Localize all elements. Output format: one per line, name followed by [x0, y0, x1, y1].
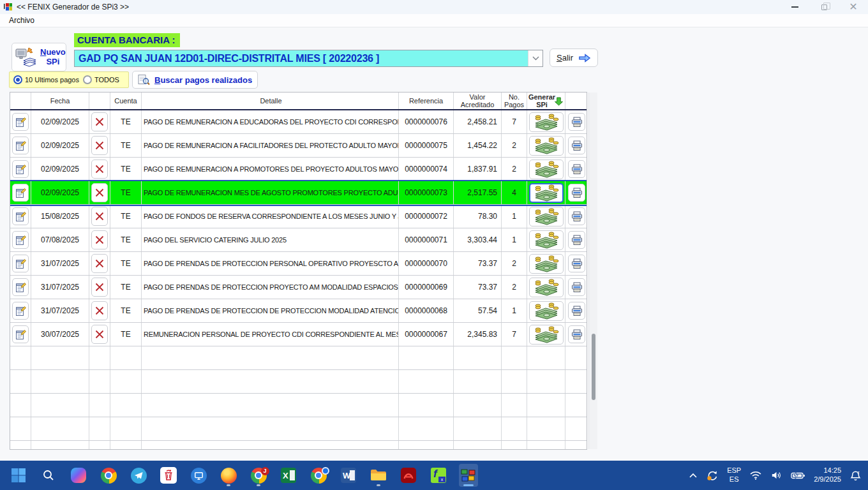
menu-archivo[interactable]: Archivo [6, 15, 37, 26]
chrome-icon [101, 468, 117, 484]
table-scrollbar[interactable] [588, 93, 597, 449]
print-payment-button[interactable] [568, 231, 585, 249]
delete-payment-button[interactable] [91, 278, 108, 297]
taskbar-copilot[interactable] [69, 464, 88, 487]
taskbar-monitor-app[interactable] [189, 464, 208, 487]
delete-payment-button[interactable] [91, 301, 108, 320]
language-indicator[interactable]: ESPES [727, 466, 741, 484]
print-payment-button[interactable] [568, 278, 585, 296]
print-payment-button[interactable] [568, 255, 585, 272]
print-cell [565, 205, 587, 228]
edit-payment-button[interactable] [12, 184, 29, 202]
table-row[interactable]: 31/07/2025 TEPAGO DE PRENDAS DE PROTECCI… [10, 276, 587, 299]
money-icon [533, 231, 560, 249]
taskbar-telegram[interactable] [129, 464, 148, 487]
print-payment-button[interactable] [568, 325, 585, 343]
wifi-icon[interactable] [749, 471, 762, 480]
edit-payment-button[interactable] [12, 113, 29, 131]
delete-payment-button[interactable] [91, 160, 108, 179]
taskbar-fenix-spi3-active[interactable] [459, 464, 478, 487]
generar-spi-button[interactable] [529, 301, 564, 321]
taskbar-acrobat[interactable] [399, 464, 418, 487]
battery-icon[interactable] [791, 471, 805, 480]
empty-row [10, 370, 587, 394]
generar-spi-button[interactable] [529, 160, 564, 179]
radio-todos[interactable]: TODOS [83, 75, 119, 84]
delete-payment-button[interactable] [91, 230, 108, 249]
generar-spi-button[interactable] [529, 136, 564, 156]
table-row[interactable]: 02/09/2025 TEPAGO DE REMUNERACION A FACI… [10, 134, 587, 158]
maximize-button[interactable] [809, 0, 839, 14]
delete-payment-button[interactable] [91, 112, 108, 131]
scrollbar-thumb[interactable] [592, 334, 595, 400]
print-payment-button[interactable] [568, 184, 585, 202]
generar-spi-button[interactable] [529, 183, 564, 203]
tray-chevron-up-icon[interactable] [689, 472, 698, 479]
close-button[interactable]: ✕ [839, 0, 868, 14]
table-row[interactable]: 15/08/2025 TEPAGO DE FONDOS DE RESERVA C… [10, 205, 587, 228]
delete-payment-button[interactable] [91, 325, 108, 344]
delete-payment-button[interactable] [91, 254, 108, 273]
table-row-selected[interactable]: 02/09/2025 TEPAGO DE REMUNERACION MES DE… [10, 181, 587, 205]
edit-payment-button[interactable] [12, 278, 29, 296]
edit-payment-button[interactable] [12, 137, 29, 154]
delete-payment-button[interactable] [91, 207, 108, 226]
taskbar-search[interactable] [39, 464, 58, 487]
clock[interactable]: 14:25 2/9/2025 [814, 466, 841, 484]
taskbar-word[interactable]: W [339, 464, 358, 487]
taskbar-recycle-app[interactable] [159, 464, 178, 487]
volume-icon[interactable] [770, 470, 782, 480]
print-payment-button[interactable] [568, 207, 585, 225]
delete-payment-button[interactable] [91, 136, 108, 155]
taskbar-excel[interactable]: X [279, 464, 298, 487]
tray-sync-icon[interactable] [706, 469, 719, 482]
edit-payment-button[interactable] [12, 255, 29, 272]
taskbar-firefox[interactable] [219, 464, 238, 487]
nuevo-spi-button[interactable]: NuevoSPi [11, 43, 66, 71]
windows-start-icon [11, 468, 26, 483]
edit-payment-button[interactable] [12, 207, 29, 225]
edit-payment-button[interactable] [12, 302, 29, 320]
table-row[interactable]: 30/07/2025 TEREMUNERACION PERSONAL DE PR… [10, 323, 587, 346]
radio-10-ultimos[interactable]: 10 Ultimos pagos [13, 75, 79, 84]
edit-payment-button[interactable] [12, 231, 29, 249]
empty-cell [89, 346, 110, 369]
money-icon [533, 255, 560, 272]
taskbar-fenix-green[interactable]: fx [429, 464, 448, 487]
generar-spi-button[interactable] [529, 207, 564, 226]
notification-bell-icon[interactable]: z [849, 470, 862, 482]
taskbar-chrome-profile-2[interactable] [309, 464, 328, 487]
generar-spi-button[interactable] [529, 112, 564, 132]
start-button[interactable] [9, 464, 28, 487]
empty-cell [454, 346, 502, 369]
print-payment-button[interactable] [568, 160, 585, 178]
buscar-pagos-button[interactable]: Buscar pagos realizados [132, 71, 258, 89]
table-row[interactable]: 02/09/2025 TEPAGO DE REMUNERACION A PROM… [10, 158, 587, 181]
generar-spi-button[interactable] [529, 278, 564, 297]
header-generar-spi[interactable]: GenerarSPi [527, 93, 565, 109]
generar-spi-button[interactable] [529, 230, 564, 250]
edit-payment-button[interactable] [12, 325, 29, 343]
generar-spi-button[interactable] [529, 254, 564, 274]
table-row[interactable]: 31/07/2025 TEPAGO DE PRENDAS DE PROTECCI… [10, 299, 587, 323]
chevron-down-icon[interactable] [528, 50, 542, 66]
table-row[interactable]: 31/07/2025 TEPAGO DE PRENDAS DE PROTECCI… [10, 252, 587, 276]
delete-payment-button[interactable] [91, 183, 108, 202]
print-payment-button[interactable] [568, 302, 585, 320]
table-row[interactable]: 02/09/2025 TEPAGO DE REMUNERACION A EDUC… [10, 110, 587, 134]
empty-cell [31, 441, 89, 450]
delete-x-icon [94, 211, 105, 221]
minimize-button[interactable] [780, 0, 809, 14]
print-payment-button[interactable] [568, 137, 585, 154]
edit-payment-button[interactable] [12, 160, 29, 178]
cuenta-bancaria-select[interactable]: GAD PQ SAN JUAN 12D01-DIREC-DISTRITAL MI… [74, 50, 543, 67]
taskbar-file-explorer[interactable] [369, 464, 388, 487]
generar-spi-button[interactable] [529, 325, 564, 345]
print-payment-button[interactable] [568, 113, 585, 131]
delete-x-icon [94, 117, 105, 127]
table-row[interactable]: 07/08/2025 TEPAGO DEL SERVICIO CATERING … [10, 228, 587, 252]
taskbar-chrome-profile-j[interactable]: J [249, 464, 268, 487]
taskbar-chrome[interactable] [99, 464, 118, 487]
salir-button[interactable]: Salir [550, 48, 598, 67]
edit-cell [10, 228, 31, 251]
